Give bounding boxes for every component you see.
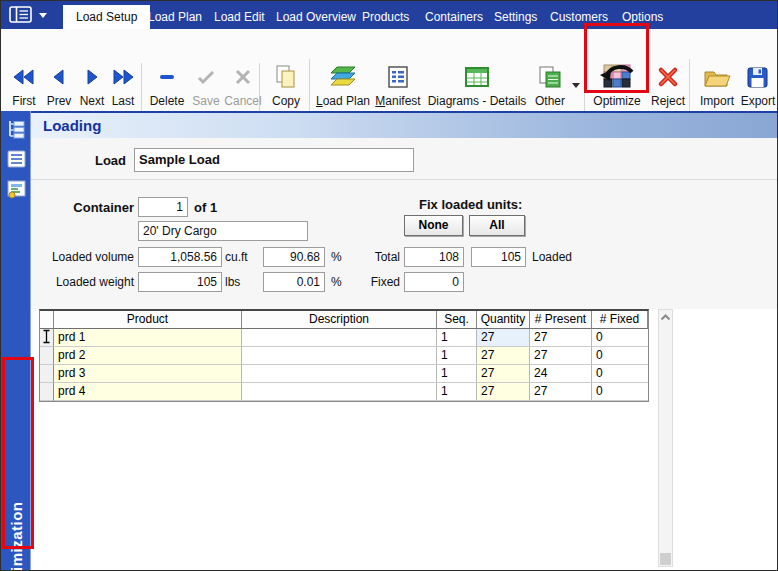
- loaded-weight-percent-input[interactable]: 0.01: [263, 272, 325, 292]
- grid-corner-cell: [40, 311, 54, 329]
- main-panel: Loading Load Sample Load Container 1 of …: [31, 111, 778, 571]
- prev-icon: [43, 60, 75, 94]
- loaded-volume-percent-input[interactable]: 90.68: [263, 247, 325, 267]
- tab-options[interactable]: Options: [613, 5, 672, 29]
- loaded-count-input[interactable]: 105: [471, 247, 526, 267]
- cell-present[interactable]: 27: [530, 347, 592, 365]
- export-button[interactable]: Export: [737, 60, 778, 118]
- loaded-weight-input[interactable]: 105: [138, 272, 222, 292]
- next-button[interactable]: Next: [77, 60, 107, 118]
- optimize-button[interactable]: Optimize: [589, 60, 645, 118]
- cell-description[interactable]: [242, 365, 437, 383]
- import-button[interactable]: Import: [695, 60, 739, 118]
- cell-description[interactable]: [242, 347, 437, 365]
- manifest-document-icon: [373, 60, 423, 94]
- first-button[interactable]: First: [7, 60, 41, 118]
- column-header-description[interactable]: Description: [242, 311, 437, 329]
- cell-product[interactable]: prd 3: [54, 365, 242, 383]
- cell-present[interactable]: 27: [530, 329, 592, 347]
- cell-quantity[interactable]: 27: [477, 347, 530, 365]
- fix-loaded-units-label: Fix loaded units:: [419, 197, 522, 212]
- fix-all-button[interactable]: All: [469, 215, 525, 236]
- other-reports-button[interactable]: Other: [529, 60, 571, 118]
- tree-view-icon[interactable]: [6, 119, 27, 139]
- tab-customers[interactable]: Customers: [541, 5, 617, 29]
- tab-load-setup[interactable]: Load Setup: [63, 5, 150, 29]
- reject-x-icon: [647, 60, 689, 94]
- total-input[interactable]: 108: [404, 247, 464, 267]
- loaded-volume-input[interactable]: 1,058.56: [138, 247, 222, 267]
- cell-seq[interactable]: 1: [437, 365, 477, 383]
- copy-button[interactable]: Copy: [264, 60, 308, 118]
- diagrams-details-report-button[interactable]: Diagrams - Details: [425, 60, 529, 118]
- tab-containers[interactable]: Containers: [416, 5, 492, 29]
- list-view-icon[interactable]: [6, 149, 27, 169]
- other-reports-dropdown-caret-icon[interactable]: [572, 83, 580, 88]
- cell-seq[interactable]: 1: [437, 329, 477, 347]
- cell-product[interactable]: prd 1: [54, 329, 242, 347]
- volume-percent-sign: %: [331, 250, 342, 264]
- menu-dropdown-caret-icon[interactable]: [39, 13, 47, 18]
- import-folder-icon: [695, 60, 739, 94]
- tab-load-edit[interactable]: Load Edit: [205, 5, 274, 29]
- sidebar-tab-re-optimization[interactable]: Re-Optimization: [3, 473, 30, 571]
- manifest-report-button[interactable]: Manifest: [373, 60, 423, 118]
- last-button[interactable]: Last: [107, 60, 139, 118]
- cell-product[interactable]: prd 2: [54, 347, 242, 365]
- load-plan-report-button[interactable]: Load Plan: [315, 60, 371, 118]
- cell-quantity[interactable]: 27: [477, 383, 530, 401]
- row-selector[interactable]: [40, 365, 54, 383]
- diagrams-table-icon: [425, 60, 529, 94]
- cell-present[interactable]: 24: [530, 365, 592, 383]
- container-of-label: of 1: [194, 200, 217, 215]
- cell-fixed[interactable]: 0: [592, 365, 648, 383]
- cell-quantity[interactable]: 27: [477, 365, 530, 383]
- tab-products[interactable]: Products: [353, 5, 418, 29]
- cell-product[interactable]: prd 4: [54, 383, 242, 401]
- row-selector[interactable]: [40, 329, 54, 347]
- fix-none-button[interactable]: None: [404, 215, 463, 236]
- app-menu-button[interactable]: [9, 6, 33, 24]
- tab-load-overview[interactable]: Load Overview: [267, 5, 365, 29]
- column-header-present[interactable]: # Present: [530, 311, 592, 329]
- scroll-down-block[interactable]: [660, 553, 671, 565]
- cell-description[interactable]: [242, 383, 437, 401]
- cell-quantity[interactable]: 27: [477, 329, 530, 347]
- scroll-up-arrow-icon[interactable]: [659, 310, 672, 325]
- column-header-fixed[interactable]: # Fixed: [592, 311, 648, 329]
- table-row: prd 3 1 27 24 0: [40, 365, 648, 383]
- reject-button[interactable]: Reject: [647, 60, 689, 118]
- cell-seq[interactable]: 1: [437, 383, 477, 401]
- weight-unit-label: lbs: [225, 275, 240, 289]
- cell-fixed[interactable]: 0: [592, 347, 648, 365]
- prev-button[interactable]: Prev: [43, 60, 75, 118]
- ribbon-separator: [141, 63, 142, 115]
- panel-header: Loading: [31, 111, 778, 138]
- fixed-input[interactable]: 0: [404, 272, 464, 292]
- container-number-input[interactable]: 1: [138, 197, 188, 217]
- load-plan-layers-icon: [315, 60, 371, 94]
- loaded-weight-label: Loaded weight: [41, 275, 134, 289]
- ribbon: First Prev Next Last Delete Save Cancel: [1, 29, 777, 111]
- cell-fixed[interactable]: 0: [592, 329, 648, 347]
- cell-present[interactable]: 27: [530, 383, 592, 401]
- column-header-product[interactable]: Product: [54, 311, 242, 329]
- delete-button[interactable]: Delete: [147, 60, 187, 118]
- cell-description[interactable]: [242, 329, 437, 347]
- cell-fixed[interactable]: 0: [592, 383, 648, 401]
- table-row: prd 2 1 27 27 0: [40, 347, 648, 365]
- container-type-input[interactable]: 20' Dry Cargo: [138, 221, 308, 241]
- save-button[interactable]: Save: [189, 60, 223, 118]
- load-name-input[interactable]: Sample Load: [134, 148, 414, 172]
- column-header-seq[interactable]: Seq.: [437, 311, 477, 329]
- report-preview-icon[interactable]: [6, 179, 27, 199]
- column-header-quantity[interactable]: Quantity: [477, 311, 530, 329]
- tab-settings[interactable]: Settings: [485, 5, 546, 29]
- optimize-cargo-stack-icon: [589, 60, 645, 94]
- vertical-scrollbar[interactable]: [658, 309, 673, 567]
- row-selector[interactable]: [40, 383, 54, 401]
- row-selector[interactable]: [40, 347, 54, 365]
- cell-seq[interactable]: 1: [437, 347, 477, 365]
- cancel-button[interactable]: Cancel: [223, 60, 263, 118]
- tab-load-plan[interactable]: Load Plan: [139, 5, 211, 29]
